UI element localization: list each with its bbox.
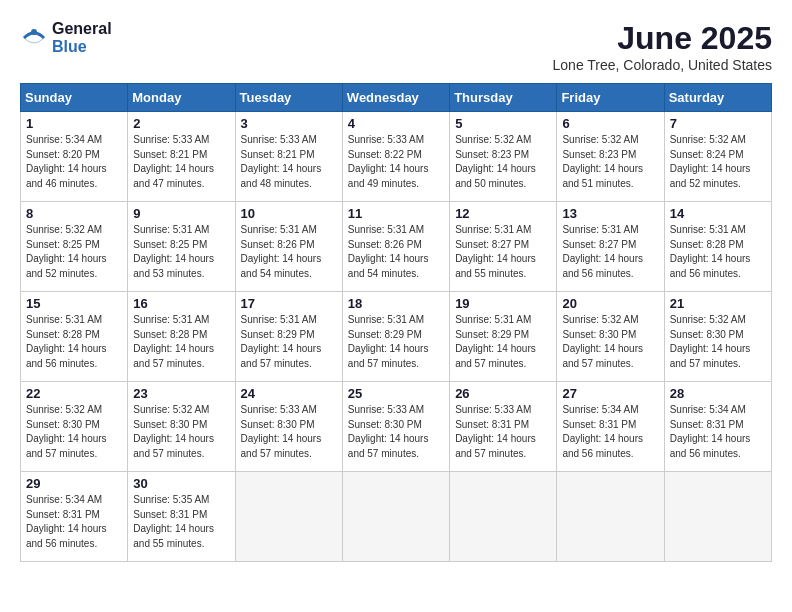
calendar-cell: 1 Sunrise: 5:34 AMSunset: 8:20 PMDayligh… xyxy=(21,112,128,202)
day-info: Sunrise: 5:31 AMSunset: 8:27 PMDaylight:… xyxy=(455,224,536,279)
day-number: 26 xyxy=(455,386,551,401)
header-tuesday: Tuesday xyxy=(235,84,342,112)
calendar-cell: 13 Sunrise: 5:31 AMSunset: 8:27 PMDaylig… xyxy=(557,202,664,292)
calendar-cell: 25 Sunrise: 5:33 AMSunset: 8:30 PMDaylig… xyxy=(342,382,449,472)
day-info: Sunrise: 5:31 AMSunset: 8:28 PMDaylight:… xyxy=(133,314,214,369)
title-block: June 2025 Lone Tree, Colorado, United St… xyxy=(553,20,772,73)
day-info: Sunrise: 5:32 AMSunset: 8:25 PMDaylight:… xyxy=(26,224,107,279)
calendar-week-2: 8 Sunrise: 5:32 AMSunset: 8:25 PMDayligh… xyxy=(21,202,772,292)
day-info: Sunrise: 5:31 AMSunset: 8:28 PMDaylight:… xyxy=(670,224,751,279)
day-info: Sunrise: 5:32 AMSunset: 8:23 PMDaylight:… xyxy=(455,134,536,189)
calendar-table: SundayMondayTuesdayWednesdayThursdayFrid… xyxy=(20,83,772,562)
calendar-cell: 24 Sunrise: 5:33 AMSunset: 8:30 PMDaylig… xyxy=(235,382,342,472)
day-number: 27 xyxy=(562,386,658,401)
month-title: June 2025 xyxy=(553,20,772,57)
day-number: 6 xyxy=(562,116,658,131)
calendar-cell: 7 Sunrise: 5:32 AMSunset: 8:24 PMDayligh… xyxy=(664,112,771,202)
day-info: Sunrise: 5:33 AMSunset: 8:21 PMDaylight:… xyxy=(133,134,214,189)
day-info: Sunrise: 5:32 AMSunset: 8:30 PMDaylight:… xyxy=(670,314,751,369)
calendar-cell xyxy=(235,472,342,562)
header-wednesday: Wednesday xyxy=(342,84,449,112)
day-number: 21 xyxy=(670,296,766,311)
day-number: 29 xyxy=(26,476,122,491)
logo-text: General Blue xyxy=(52,20,112,55)
day-number: 19 xyxy=(455,296,551,311)
calendar-cell: 15 Sunrise: 5:31 AMSunset: 8:28 PMDaylig… xyxy=(21,292,128,382)
calendar-cell: 12 Sunrise: 5:31 AMSunset: 8:27 PMDaylig… xyxy=(450,202,557,292)
day-number: 11 xyxy=(348,206,444,221)
day-number: 28 xyxy=(670,386,766,401)
header-monday: Monday xyxy=(128,84,235,112)
day-number: 22 xyxy=(26,386,122,401)
day-number: 10 xyxy=(241,206,337,221)
logo-blue: Blue xyxy=(52,38,112,56)
logo-general: General xyxy=(52,20,112,38)
calendar-cell: 9 Sunrise: 5:31 AMSunset: 8:25 PMDayligh… xyxy=(128,202,235,292)
day-info: Sunrise: 5:32 AMSunset: 8:24 PMDaylight:… xyxy=(670,134,751,189)
calendar-cell: 22 Sunrise: 5:32 AMSunset: 8:30 PMDaylig… xyxy=(21,382,128,472)
calendar-cell: 11 Sunrise: 5:31 AMSunset: 8:26 PMDaylig… xyxy=(342,202,449,292)
day-number: 16 xyxy=(133,296,229,311)
day-number: 30 xyxy=(133,476,229,491)
day-info: Sunrise: 5:33 AMSunset: 8:31 PMDaylight:… xyxy=(455,404,536,459)
day-number: 1 xyxy=(26,116,122,131)
header-friday: Friday xyxy=(557,84,664,112)
calendar-cell: 17 Sunrise: 5:31 AMSunset: 8:29 PMDaylig… xyxy=(235,292,342,382)
day-info: Sunrise: 5:34 AMSunset: 8:31 PMDaylight:… xyxy=(670,404,751,459)
day-number: 14 xyxy=(670,206,766,221)
calendar-cell: 10 Sunrise: 5:31 AMSunset: 8:26 PMDaylig… xyxy=(235,202,342,292)
day-number: 15 xyxy=(26,296,122,311)
logo: General Blue xyxy=(20,20,112,55)
calendar-cell: 6 Sunrise: 5:32 AMSunset: 8:23 PMDayligh… xyxy=(557,112,664,202)
day-number: 8 xyxy=(26,206,122,221)
calendar-cell: 28 Sunrise: 5:34 AMSunset: 8:31 PMDaylig… xyxy=(664,382,771,472)
day-info: Sunrise: 5:33 AMSunset: 8:22 PMDaylight:… xyxy=(348,134,429,189)
day-number: 18 xyxy=(348,296,444,311)
day-info: Sunrise: 5:31 AMSunset: 8:26 PMDaylight:… xyxy=(241,224,322,279)
day-info: Sunrise: 5:31 AMSunset: 8:27 PMDaylight:… xyxy=(562,224,643,279)
day-info: Sunrise: 5:31 AMSunset: 8:29 PMDaylight:… xyxy=(241,314,322,369)
calendar-cell: 29 Sunrise: 5:34 AMSunset: 8:31 PMDaylig… xyxy=(21,472,128,562)
day-info: Sunrise: 5:34 AMSunset: 8:31 PMDaylight:… xyxy=(562,404,643,459)
day-info: Sunrise: 5:31 AMSunset: 8:28 PMDaylight:… xyxy=(26,314,107,369)
calendar-cell: 21 Sunrise: 5:32 AMSunset: 8:30 PMDaylig… xyxy=(664,292,771,382)
day-info: Sunrise: 5:31 AMSunset: 8:25 PMDaylight:… xyxy=(133,224,214,279)
day-number: 20 xyxy=(562,296,658,311)
page-header: General Blue June 2025 Lone Tree, Colora… xyxy=(20,20,772,73)
calendar-cell: 20 Sunrise: 5:32 AMSunset: 8:30 PMDaylig… xyxy=(557,292,664,382)
day-number: 2 xyxy=(133,116,229,131)
calendar-cell: 18 Sunrise: 5:31 AMSunset: 8:29 PMDaylig… xyxy=(342,292,449,382)
calendar-header-row: SundayMondayTuesdayWednesdayThursdayFrid… xyxy=(21,84,772,112)
day-info: Sunrise: 5:32 AMSunset: 8:30 PMDaylight:… xyxy=(26,404,107,459)
calendar-week-1: 1 Sunrise: 5:34 AMSunset: 8:20 PMDayligh… xyxy=(21,112,772,202)
day-number: 5 xyxy=(455,116,551,131)
calendar-cell: 3 Sunrise: 5:33 AMSunset: 8:21 PMDayligh… xyxy=(235,112,342,202)
day-number: 17 xyxy=(241,296,337,311)
day-number: 7 xyxy=(670,116,766,131)
day-number: 4 xyxy=(348,116,444,131)
day-info: Sunrise: 5:33 AMSunset: 8:30 PMDaylight:… xyxy=(348,404,429,459)
calendar-cell: 16 Sunrise: 5:31 AMSunset: 8:28 PMDaylig… xyxy=(128,292,235,382)
calendar-cell: 27 Sunrise: 5:34 AMSunset: 8:31 PMDaylig… xyxy=(557,382,664,472)
day-info: Sunrise: 5:32 AMSunset: 8:30 PMDaylight:… xyxy=(562,314,643,369)
calendar-cell: 19 Sunrise: 5:31 AMSunset: 8:29 PMDaylig… xyxy=(450,292,557,382)
day-number: 24 xyxy=(241,386,337,401)
day-info: Sunrise: 5:31 AMSunset: 8:29 PMDaylight:… xyxy=(455,314,536,369)
day-info: Sunrise: 5:32 AMSunset: 8:30 PMDaylight:… xyxy=(133,404,214,459)
calendar-week-3: 15 Sunrise: 5:31 AMSunset: 8:28 PMDaylig… xyxy=(21,292,772,382)
calendar-cell: 30 Sunrise: 5:35 AMSunset: 8:31 PMDaylig… xyxy=(128,472,235,562)
day-number: 3 xyxy=(241,116,337,131)
calendar-cell: 14 Sunrise: 5:31 AMSunset: 8:28 PMDaylig… xyxy=(664,202,771,292)
header-thursday: Thursday xyxy=(450,84,557,112)
calendar-cell: 23 Sunrise: 5:32 AMSunset: 8:30 PMDaylig… xyxy=(128,382,235,472)
day-number: 23 xyxy=(133,386,229,401)
day-info: Sunrise: 5:32 AMSunset: 8:23 PMDaylight:… xyxy=(562,134,643,189)
calendar-cell: 2 Sunrise: 5:33 AMSunset: 8:21 PMDayligh… xyxy=(128,112,235,202)
day-number: 25 xyxy=(348,386,444,401)
calendar-cell: 26 Sunrise: 5:33 AMSunset: 8:31 PMDaylig… xyxy=(450,382,557,472)
calendar-cell xyxy=(450,472,557,562)
calendar-cell: 5 Sunrise: 5:32 AMSunset: 8:23 PMDayligh… xyxy=(450,112,557,202)
day-info: Sunrise: 5:31 AMSunset: 8:26 PMDaylight:… xyxy=(348,224,429,279)
logo-icon xyxy=(20,24,48,52)
day-info: Sunrise: 5:33 AMSunset: 8:30 PMDaylight:… xyxy=(241,404,322,459)
